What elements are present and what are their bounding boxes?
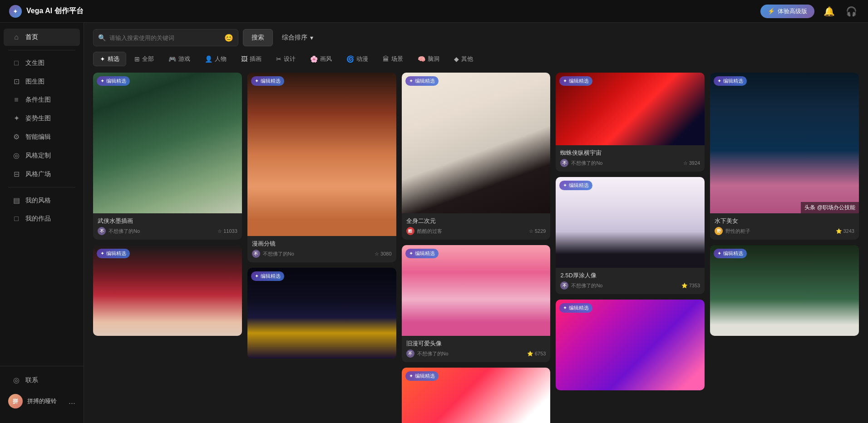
card-stars-card11: ⭐ 3243 [836,228,854,234]
sidebar-label-my-works: 我的作品 [25,215,51,223]
cat-tab-brain[interactable]: 🧠脑洞 [411,52,446,66]
sidebar-label-condition: 条件生图 [25,96,51,104]
gallery-card-card1[interactable]: ✦编辑精选 武侠水墨插画 不 不想佛了的No ☆ 11033 [93,73,242,240]
sidebar-item-text-to-img[interactable]: □ 文生图 [4,54,80,72]
cat-tab-character[interactable]: 👤人物 [198,52,233,66]
gallery-card-card2[interactable]: ✦编辑精选 [93,245,242,336]
gallery-col-3: ✦编辑精选 全身二次元 酷 酷酷的过客 ☆ 5229 ✦编 [402,73,551,423]
cat-label-featured: 精选 [108,55,119,63]
user-avatar: 拼 [8,394,23,408]
topbar: ✦ Vega AI 创作平台 ⚡ 体验高级版 🔔 🎧 [0,0,868,23]
contact-icon: ◎ [12,376,21,384]
pose-icon: ✦ [12,114,21,123]
sidebar-item-home[interactable]: ⌂ 首页 [4,29,80,46]
badge-icon-card5: ✦ [409,78,413,84]
notification-button[interactable]: 🔔 [822,4,837,19]
headset-button[interactable]: 🎧 [844,4,859,19]
card-info-card11: 水下美女 野 野性的柜子 ⭐ 3243 [710,213,859,240]
sidebar-item-style-custom[interactable]: ◎ 风格定制 [4,147,80,164]
search-button[interactable]: 搜索 [243,29,273,46]
card-meta-card1: 不 不想佛了的No ☆ 11033 [98,227,237,235]
sidebar-item-my-style[interactable]: ▤ 我的风格 [4,192,80,209]
cat-tab-scene[interactable]: 🏛场景 [376,52,409,66]
gallery-card-card8[interactable]: ✦编辑精选 蜘蛛侠纵横宇宙 不 不想佛了的No ☆ 3924 [556,73,705,172]
badge-label-card5: 编辑精选 [415,78,435,84]
gallery-card-card3[interactable]: ✦编辑精选 漫画分镜 不 不想佛了的No ☆ 3080 [247,73,396,262]
topbar-title: Vega AI 创作平台 [26,6,84,16]
search-section: 🔍 😊 搜索 综合排序 ▾ [84,23,868,46]
search-input[interactable] [109,34,221,41]
smart-edit-icon: ⚙ [12,133,21,141]
badge-label-card2: 编辑精选 [106,250,126,257]
search-icon: 🔍 [98,34,106,41]
card-info-card1: 武侠水墨插画 不 不想佛了的No ☆ 11033 [93,213,242,240]
badge-icon-card11: ✦ [717,78,721,84]
card-stars-card3: ☆ 3080 [375,251,391,257]
sidebar-item-style-plaza[interactable]: ⊟ 风格广场 [4,165,80,183]
upgrade-button[interactable]: ⚡ 体验高级版 [760,5,814,18]
card-image-card9: ✦编辑精选 [556,177,705,268]
cat-tab-anime[interactable]: 🌀动漫 [340,52,375,66]
star-count-card11: 3243 [843,228,854,234]
cat-label-character: 人物 [215,55,227,63]
sidebar-item-pose-img[interactable]: ✦ 姿势生图 [4,109,80,127]
cat-tab-all[interactable]: ⊞全部 [128,52,160,66]
editor-badge-card1: ✦编辑精选 [97,76,130,86]
cat-icon-brain: 🧠 [418,55,425,63]
cat-icon-other: ◆ [454,55,459,63]
card-title-card9: 2.5D厚涂人像 [560,271,700,280]
card-info-card5: 全身二次元 酷 酷酷的过客 ☆ 5229 [402,213,551,240]
card-image-card2: ✦编辑精选 [93,245,242,336]
editor-badge-card3: ✦编辑精选 [251,76,284,86]
upgrade-label: 体验高级版 [778,7,807,15]
cat-tab-style[interactable]: 🌸画风 [304,52,338,66]
sidebar-bottom: ◎ 联系 拼 拼搏的哑铃 ... [0,366,84,418]
watermark: 头条 @职场办公技能 [801,202,859,213]
sidebar-item-smart-edit[interactable]: ⚙ 智能编辑 [4,128,80,146]
gallery-card-card7[interactable]: ✦编辑精选 [402,368,551,423]
gallery-card-card5[interactable]: ✦编辑精选 全身二次元 酷 酷酷的过客 ☆ 5229 [402,73,551,240]
cat-tab-design[interactable]: ✂设计 [270,52,302,66]
user-more-button[interactable]: ... [69,397,75,406]
author-name-card6: 不想佛了的No [417,350,449,357]
style-custom-icon: ◎ [12,151,21,160]
gallery-card-card12[interactable]: ✦编辑精选 [710,245,859,336]
editor-badge-card2: ✦编辑精选 [97,249,130,258]
cat-label-brain: 脑洞 [428,55,439,63]
card-image-card4: ✦编辑精选 [247,268,396,359]
badge-label-card12: 编辑精选 [723,250,743,257]
star-count-card3: 3080 [380,251,391,256]
my-style-icon: ▤ [12,196,21,205]
gallery-card-card10[interactable]: ✦编辑精选 [556,300,705,390]
sort-button[interactable]: 综合排序 ▾ [282,34,313,42]
gallery-card-card6[interactable]: ✦编辑精选 旧漫可爱头像 不 不想佛了的No ⭐ 6753 [402,245,551,362]
sidebar-item-condition-img[interactable]: ≡ 条件生图 [4,91,80,108]
cat-tab-other[interactable]: ◆其他 [448,52,479,66]
sort-label: 综合排序 [282,34,307,42]
user-name: 拼搏的哑铃 [27,397,57,405]
sidebar-item-img-to-img[interactable]: ⊡ 图生图 [4,73,80,90]
author-name-card3: 不想佛了的No [263,251,294,257]
card-meta-card9: 不 不想佛了的No ⭐ 7353 [560,281,700,290]
cat-tab-featured[interactable]: ✦精选 [93,52,126,66]
home-icon: ⌂ [12,33,21,41]
gallery-col-2: ✦编辑精选 漫画分镜 不 不想佛了的No ☆ 3080 ✦ [247,73,396,359]
cat-icon-game: 🎮 [168,55,176,63]
gallery-card-card9[interactable]: ✦编辑精选 2.5D厚涂人像 不 不想佛了的No ⭐ 7353 [556,177,705,294]
user-profile[interactable]: 拼 拼搏的哑铃 ... [0,389,84,413]
card-image-card3: ✦编辑精选 [247,73,396,236]
sidebar-label-smart-edit: 智能编辑 [25,133,51,141]
editor-badge-card9: ✦编辑精选 [559,181,592,190]
cat-icon-character: 👤 [205,55,212,63]
star-count-card5: 5229 [535,228,546,234]
sidebar-item-my-works[interactable]: □ 我的作品 [4,210,80,227]
sidebar-item-contact[interactable]: ◎ 联系 [4,371,80,389]
cat-tab-illustration[interactable]: 🖼插画 [235,52,268,66]
cat-icon-illustration: 🖼 [241,55,247,63]
gallery-card-card4[interactable]: ✦编辑精选 [247,268,396,359]
card-title-card3: 漫画分镜 [252,240,392,248]
card-stars-card1: ☆ 11033 [217,228,237,234]
gallery-card-card11[interactable]: ✦编辑精选 头条 @职场办公技能 水下美女 野 野性的柜子 ⭐ 3243 [710,73,859,240]
gallery-col-4: ✦编辑精选 蜘蛛侠纵横宇宙 不 不想佛了的No ☆ 3924 [556,73,705,390]
cat-tab-game[interactable]: 🎮游戏 [162,52,197,66]
